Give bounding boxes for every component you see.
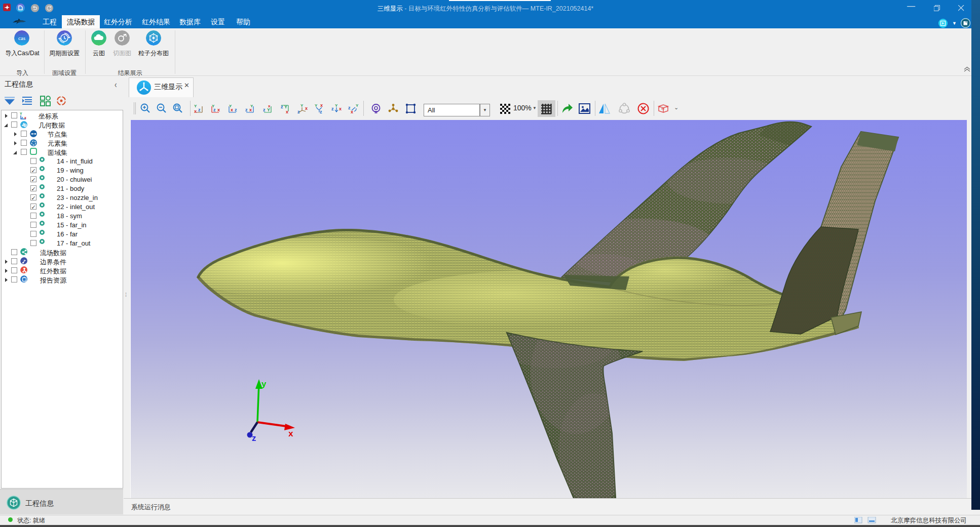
svg-text:z: z [331, 106, 334, 111]
svg-text:x: x [288, 429, 293, 438]
svg-text:x: x [217, 107, 220, 112]
svg-text:z: z [198, 107, 201, 112]
svg-text:z: z [213, 107, 216, 112]
svg-text:Y: Y [20, 112, 22, 115]
svg-text:x: x [24, 116, 26, 119]
svg-text:z: z [297, 109, 300, 114]
svg-text:Y: Y [300, 103, 304, 108]
svg-text:x: x [286, 109, 288, 114]
svg-text:z: z [235, 107, 237, 112]
svg-text:z: z [21, 116, 23, 119]
svg-text:Y: Y [315, 103, 318, 108]
svg-text:Y: Y [267, 107, 270, 112]
svg-text:z: z [320, 109, 322, 114]
svg-text:x: x [194, 109, 197, 114]
svg-text:z: z [281, 104, 283, 109]
svg-text:z: z [263, 107, 266, 112]
svg-text:x: x [231, 107, 233, 112]
svg-text:Y: Y [356, 103, 359, 108]
svg-text:Y: Y [335, 103, 338, 108]
svg-text:x: x [249, 107, 252, 112]
svg-text:x: x [339, 106, 342, 111]
svg-text:Y: Y [194, 104, 197, 108]
svg-text:y: y [261, 379, 267, 389]
svg-text:z: z [252, 433, 256, 443]
svg-text:cas: cas [18, 35, 25, 41]
svg-text:x: x [305, 106, 308, 111]
svg-text:x: x [351, 109, 353, 114]
svg-text:x: x [320, 103, 323, 108]
svg-text:Y: Y [284, 104, 287, 109]
svg-text:z: z [245, 107, 248, 112]
